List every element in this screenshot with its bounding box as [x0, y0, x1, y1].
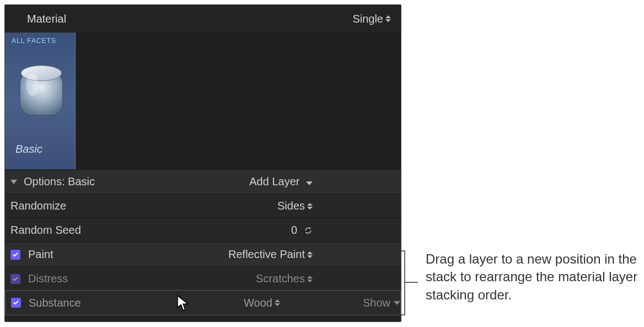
- disclosure-triangle-icon[interactable]: [10, 180, 17, 184]
- layer-row-distress[interactable]: Distress Scratches: [5, 266, 401, 291]
- material-row: Material Single: [5, 5, 401, 33]
- material-label: Material: [27, 13, 352, 25]
- random-seed-label: Random Seed: [10, 224, 81, 237]
- material-swatch: [16, 57, 67, 122]
- updown-icon: [307, 276, 313, 282]
- distress-checkbox[interactable]: [10, 274, 20, 284]
- distress-value: Scratches: [256, 272, 305, 285]
- randomize-label: Randomize: [10, 200, 66, 212]
- options-header-row: Options: Basic Add Layer: [5, 169, 401, 194]
- options-title: Options: Basic: [24, 175, 95, 188]
- material-mode-value: Single: [352, 13, 383, 25]
- dragging-layer-row[interactable]: Substance Wood Show: [5, 290, 401, 315]
- refresh-icon: [304, 226, 313, 235]
- substance-value: Wood: [244, 297, 272, 309]
- layer-row-paint[interactable]: Paint Reflective Paint: [5, 242, 401, 266]
- regenerate-button[interactable]: [304, 226, 313, 235]
- material-mode-select[interactable]: Single: [352, 13, 391, 25]
- paint-value-select[interactable]: Reflective Paint: [228, 248, 313, 261]
- substance-checkbox[interactable]: [11, 298, 21, 308]
- facets-area: ALL FACETS: [5, 33, 401, 169]
- check-icon: [13, 299, 19, 306]
- material-inspector-panel: Material Single ALL FACETS: [4, 4, 401, 322]
- chevron-down-icon: [306, 181, 313, 185]
- distress-value-select[interactable]: Scratches: [256, 272, 313, 285]
- randomize-select[interactable]: Sides: [277, 200, 313, 212]
- random-seed-row: Random Seed 0: [5, 218, 401, 242]
- updown-icon: [385, 15, 391, 22]
- substance-label: Substance: [29, 297, 81, 309]
- check-icon: [12, 276, 19, 282]
- svg-point-2: [26, 74, 38, 96]
- randomize-value: Sides: [277, 200, 305, 212]
- facet-tab-label: ALL FACETS: [5, 33, 75, 45]
- updown-icon: [275, 299, 280, 306]
- distress-label: Distress: [28, 272, 68, 285]
- paint-value: Reflective Paint: [228, 248, 305, 261]
- check-icon: [12, 251, 19, 258]
- show-label: Show: [363, 297, 390, 309]
- add-layer-button[interactable]: Add Layer: [249, 175, 313, 188]
- substance-value-select[interactable]: Wood: [244, 297, 280, 309]
- updown-icon: [307, 203, 313, 210]
- svg-point-1: [21, 66, 62, 81]
- random-seed-value[interactable]: 0: [291, 224, 297, 237]
- callout-bracket: [399, 250, 419, 315]
- paint-checkbox[interactable]: [10, 250, 20, 260]
- paint-label: Paint: [28, 248, 53, 261]
- annotation-text: Drag a layer to a new position in the st…: [426, 250, 641, 304]
- add-layer-label: Add Layer: [249, 175, 299, 187]
- updown-icon: [307, 251, 313, 258]
- facet-card[interactable]: ALL FACETS: [5, 33, 76, 169]
- randomize-row: Randomize Sides: [5, 194, 401, 218]
- facet-name: Basic: [15, 143, 42, 156]
- show-button[interactable]: Show: [363, 297, 400, 309]
